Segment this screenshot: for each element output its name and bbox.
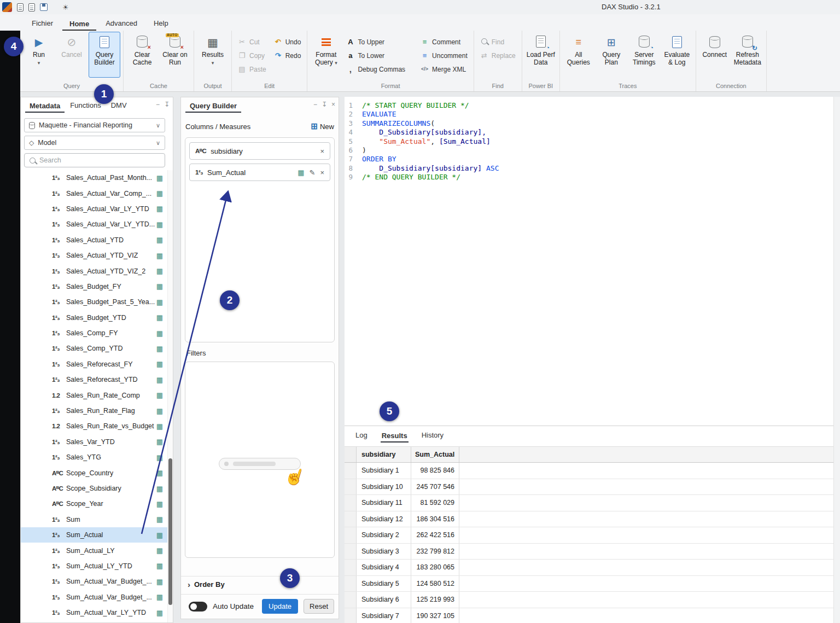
results-output-button[interactable]: ▦ Results ▾ (197, 32, 229, 78)
metadata-field-item[interactable]: 1²₃ Sales_Actual_Var_Comp_... ▦ (21, 185, 167, 201)
debug-commas-button[interactable]: ,Debug Commas (343, 63, 409, 75)
results-dropdown-caret[interactable]: ▾ (212, 61, 214, 66)
metadata-field-item[interactable]: 1²₃ Sales_Var_YTD ▦ (21, 434, 167, 450)
query-builder-close-icon[interactable]: × (331, 101, 335, 108)
refresh-metadata-button[interactable]: ↻ Refresh Metadata (732, 32, 763, 78)
column-chip-subsidiary[interactable]: AᴮC subsidiary × (189, 142, 330, 160)
redo-button[interactable]: ↷Redo (271, 50, 305, 61)
uncomment-button[interactable]: ≡Uncomment (417, 50, 471, 61)
table-row[interactable]: Subsidiary 11 81 592 029 (345, 495, 833, 511)
find-button[interactable]: Find (477, 36, 519, 48)
table-row[interactable]: Subsidiary 7 190 327 105 (345, 608, 833, 623)
row-selector[interactable] (345, 527, 357, 543)
metadata-field-item[interactable]: 1²₃ Sales_Reforecast_YTD ▦ (21, 372, 167, 387)
format-query-caret[interactable]: ▾ (335, 60, 337, 66)
remove-column-icon[interactable]: × (320, 147, 324, 155)
row-selector[interactable] (345, 608, 357, 623)
metadata-field-item[interactable]: 1²₃ Sales_Actual_YTD ▦ (21, 232, 167, 248)
menu-tab[interactable]: Fichier (25, 16, 60, 31)
metadata-field-item[interactable]: 1²₃ Sales_Actual_YTD_VIZ ▦ (21, 248, 167, 263)
new-document-icon[interactable] (17, 3, 24, 11)
metadata-field-item[interactable]: 1²₃ Sales_Budget_FY ▦ (21, 279, 167, 294)
merge-xml-button[interactable]: </>Merge XML (417, 63, 471, 75)
metadata-field-item[interactable]: 1²₃ Sales_Budget_Past_5_Yea... ▦ (21, 294, 167, 310)
order-by-section[interactable]: › Order By (181, 576, 339, 592)
columns-measures-box[interactable]: AᴮC subsidiary × 1²₃ Sum_Actual ▦ ✎ × (185, 137, 335, 342)
query-builder-pin-icon[interactable]: ↧ (322, 101, 327, 108)
run-dropdown-caret[interactable]: ▾ (38, 61, 40, 66)
filters-box[interactable]: ☝ (185, 362, 335, 558)
metadata-field-item[interactable]: 1.2 Sales_Run_Rate_vs_Budget ▦ (21, 418, 167, 434)
results-tab[interactable]: Log (354, 428, 369, 442)
load-perf-data-button[interactable]: ◔ Load Perf Data (525, 32, 557, 78)
metadata-field-item[interactable]: 1²₃ Sum_Actual ▦ (21, 527, 167, 543)
cut-button[interactable]: ✂Cut (235, 36, 270, 48)
table-row[interactable]: Subsidiary 4 183 280 065 (345, 560, 833, 576)
metadata-field-item[interactable]: 1²₃ Sales_Actual_Past_Month... ▦ (21, 170, 167, 185)
table-row[interactable]: Subsidiary 5 124 580 512 (345, 576, 833, 592)
metadata-field-item[interactable]: 1²₃ Sum_Actual_Var_Budget_... ▦ (21, 574, 167, 589)
update-button[interactable]: Update (262, 599, 298, 614)
column-header-subsidiary[interactable]: subsidiary (357, 447, 411, 462)
metadata-field-item[interactable]: 1²₃ Sum_Actual_Var_LY_YTD ▦ (21, 605, 167, 620)
metadata-tab[interactable]: Metadata (25, 99, 65, 113)
to-lower-button[interactable]: aTo Lower (343, 50, 409, 61)
remove-measure-icon[interactable]: × (320, 168, 324, 177)
row-selector[interactable] (345, 576, 357, 592)
format-query-button[interactable]: Format Query ▾ (310, 32, 342, 78)
results-tab[interactable]: Results (381, 429, 409, 443)
metadata-field-item[interactable]: 1²₃ Sales_Comp_YTD ▦ (21, 341, 167, 356)
metadata-field-item[interactable]: 1²₃ Sum_Actual_LY_YTD ▦ (21, 558, 167, 574)
metadata-field-item[interactable]: AᴮC Scope_Country ▦ (21, 465, 167, 480)
results-tab[interactable]: History (421, 428, 445, 442)
editor-scrollbar[interactable] (833, 97, 840, 623)
run-button[interactable]: ▶ Run ▾ (23, 32, 55, 78)
table-row[interactable]: Subsidiary 3 232 799 812 (345, 544, 833, 560)
query-plan-button[interactable]: ⊞ Query Plan (596, 32, 627, 78)
query-builder-button[interactable]: Query Builder (89, 32, 120, 78)
clear-cache-button[interactable]: × Clear Cache (126, 32, 158, 78)
model-dropdown[interactable]: ◇ Model ∨ (24, 136, 165, 150)
menu-tab[interactable]: Home (62, 17, 96, 31)
connect-button[interactable]: Connect (699, 32, 731, 78)
row-selector[interactable] (345, 463, 357, 479)
metadata-field-item[interactable]: 1²₃ Sales_Reforecast_FY ▦ (21, 357, 167, 372)
new-measure-button[interactable]: ⊞ New (311, 121, 334, 131)
table-row[interactable]: Subsidiary 10 245 707 546 (345, 479, 833, 496)
comment-button[interactable]: ≡Comment (417, 36, 471, 48)
server-timings-button[interactable]: ◔ Server Timings (628, 32, 660, 78)
auto-update-toggle[interactable] (189, 602, 207, 612)
metadata-field-item[interactable]: 1²₃ Sales_Budget_YTD ▦ (21, 310, 167, 325)
cancel-button[interactable]: ⊘ Cancel (56, 32, 88, 78)
clear-on-run-button[interactable]: AUTO× Clear on Run (159, 32, 191, 78)
save-icon[interactable] (40, 3, 48, 11)
row-selector[interactable] (345, 479, 357, 495)
table-row[interactable]: Subsidiary 6 125 219 993 (345, 592, 833, 608)
metadata-field-item[interactable]: 1²₃ Sales_Actual_Var_LY_YTD... ▦ (21, 217, 167, 232)
paste-button[interactable]: ▤Paste (235, 63, 270, 75)
metadata-field-item[interactable]: AᴮC Scope_Year ▦ (21, 496, 167, 511)
table-row[interactable]: Subsidiary 12 186 304 516 (345, 511, 833, 528)
connection-dropdown[interactable]: Maquette - Financial Reporting ∨ (24, 118, 165, 132)
edit-measure-icon[interactable]: ✎ (310, 168, 316, 177)
row-selector[interactable] (345, 560, 357, 575)
undo-button[interactable]: ↶Undo (271, 36, 305, 48)
metadata-field-item[interactable]: 1²₃ Sales_YTG ▦ (21, 450, 167, 465)
evaluate-log-button[interactable]: Evaluate & Log (661, 32, 693, 78)
all-queries-button[interactable]: ≡ All Queries (563, 32, 594, 78)
metadata-field-item[interactable]: 1²₃ Sum ▦ (21, 512, 167, 527)
menu-tab[interactable]: Help (147, 16, 176, 31)
metadata-scrollbar-thumb[interactable] (168, 458, 172, 605)
metadata-field-item[interactable]: 1²₃ Sales_Actual_YTD_VIZ_2 ▦ (21, 263, 167, 278)
metadata-field-item[interactable]: 1²₃ Sum_Actual_LY ▦ (21, 543, 167, 558)
replace-button[interactable]: ⇄Replace (477, 50, 519, 61)
to-upper-button[interactable]: ATo Upper (343, 36, 409, 48)
metadata-field-item[interactable]: AᴮC Scope_Subsidiary ▦ (21, 481, 167, 496)
row-selector[interactable] (345, 592, 357, 608)
metadata-field-item[interactable]: 1²₃ Sales_Actual_Var_LY_YTD ▦ (21, 201, 167, 217)
copy-button[interactable]: ❐Copy (235, 50, 270, 61)
metadata-field-item[interactable]: 1²₃ Sales_Comp_FY ▦ (21, 325, 167, 341)
metadata-field-item[interactable]: 1²₃ Sum_Actual_Var_Budget_... ▦ (21, 590, 167, 605)
measure-chip-sum-actual[interactable]: 1²₃ Sum_Actual ▦ ✎ × (189, 164, 330, 181)
menu-tab[interactable]: Advanced (98, 16, 144, 31)
